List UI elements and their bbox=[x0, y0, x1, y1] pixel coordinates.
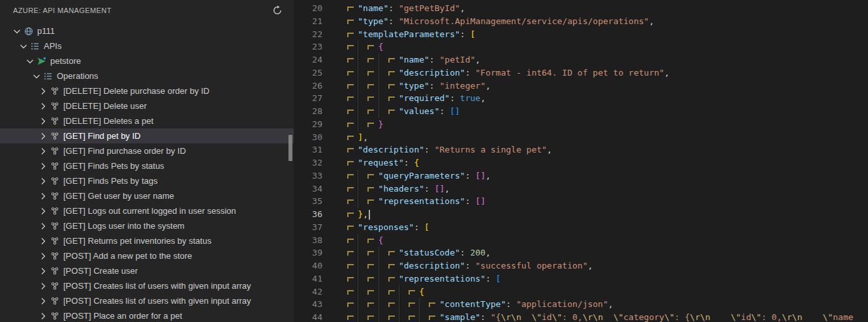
line-number[interactable]: 44 bbox=[294, 311, 322, 322]
line-number[interactable]: 32 bbox=[294, 156, 322, 169]
line-number[interactable]: 41 bbox=[294, 272, 322, 285]
code-line[interactable]: 30], bbox=[294, 131, 868, 144]
code-line[interactable]: 23{ bbox=[294, 40, 868, 53]
tree-item[interactable]: [GET] Get user by user name bbox=[0, 188, 294, 203]
chevron-right-icon[interactable] bbox=[38, 131, 48, 141]
chevron-down-icon[interactable] bbox=[12, 26, 22, 37]
tree-item[interactable]: [GET] Returns pet inventories by status bbox=[0, 233, 294, 248]
code-line[interactable]: 22"templateParameters": [ bbox=[294, 28, 868, 41]
code-line[interactable]: 24"name": "petId", bbox=[294, 53, 868, 66]
chevron-right-icon[interactable] bbox=[38, 251, 48, 261]
code-line[interactable]: 26"type": "integer", bbox=[294, 80, 868, 93]
tree-item[interactable]: [POST] Creates list of users with given … bbox=[0, 278, 294, 293]
chevron-right-icon[interactable] bbox=[38, 281, 48, 291]
code-line[interactable]: 21"type": "Microsoft.ApiManagement/servi… bbox=[294, 15, 868, 28]
tree-item[interactable]: [GET] Logs user into the system bbox=[0, 218, 294, 233]
line-number[interactable]: 39 bbox=[294, 246, 322, 259]
line-number[interactable]: 31 bbox=[294, 143, 322, 156]
tree-item[interactable]: [POST] Creates list of users with given … bbox=[0, 293, 294, 308]
chevron-right-icon[interactable] bbox=[38, 86, 48, 96]
code-lines: 20"name": "getPetById",21"type": "Micros… bbox=[294, 2, 868, 322]
chevron-down-icon[interactable] bbox=[18, 41, 29, 51]
line-number[interactable]: 35 bbox=[294, 195, 322, 208]
code-line[interactable]: 28"values": [] bbox=[294, 105, 868, 118]
code-line[interactable]: 33"queryParameters": [], bbox=[294, 169, 868, 183]
tree-item[interactable]: [GET] Finds Pets by tags bbox=[0, 173, 294, 188]
tree-item[interactable]: APIs bbox=[0, 38, 294, 53]
chevron-right-icon[interactable] bbox=[38, 296, 48, 306]
tree-item[interactable]: [DELETE] Delete purchase order by ID bbox=[0, 83, 294, 98]
code-line[interactable]: 29} bbox=[294, 118, 868, 131]
chevron-right-icon[interactable] bbox=[38, 206, 48, 216]
code-line[interactable]: 32"request": { bbox=[294, 156, 868, 169]
line-number[interactable]: 43 bbox=[294, 298, 322, 311]
line-number[interactable]: 24 bbox=[294, 53, 322, 66]
tab-whitespace-mark bbox=[379, 80, 399, 93]
tree-item[interactable]: [GET] Finds Pets by status bbox=[0, 158, 294, 173]
code-line[interactable]: 38{ bbox=[294, 234, 868, 247]
line-number[interactable]: 36 bbox=[294, 208, 322, 221]
line-number[interactable]: 37 bbox=[294, 221, 322, 234]
tree-item[interactable]: [DELETE] Deletes a pet bbox=[0, 113, 294, 128]
line-number[interactable]: 40 bbox=[294, 259, 322, 272]
line-number[interactable]: 27 bbox=[294, 92, 322, 105]
code-line[interactable]: 25"description": "Format - int64. ID of … bbox=[294, 66, 868, 80]
code-line[interactable]: 39"statusCode": 200, bbox=[294, 246, 868, 259]
refresh-icon[interactable] bbox=[270, 3, 285, 18]
tree-item[interactable]: [GET] Logs out current logged in user se… bbox=[0, 203, 294, 218]
tree-item[interactable]: [POST] Create user bbox=[0, 263, 294, 278]
line-number[interactable]: 42 bbox=[294, 285, 322, 299]
code-line[interactable]: 37"responses": [ bbox=[294, 221, 868, 234]
tab-whitespace-mark bbox=[358, 234, 378, 247]
line-number[interactable]: 33 bbox=[294, 169, 322, 183]
code-line[interactable]: 35"representations": [] bbox=[294, 195, 868, 208]
code-line[interactable]: 43"contentType": "application/json", bbox=[294, 298, 868, 311]
line-number[interactable]: 29 bbox=[294, 118, 322, 131]
code-line[interactable]: 40"description": "successful operation", bbox=[294, 259, 868, 272]
chevron-right-icon[interactable] bbox=[38, 146, 48, 156]
tree-item[interactable]: Operations bbox=[0, 68, 294, 83]
tree-item[interactable]: petstore bbox=[0, 53, 294, 68]
code-token: : bbox=[424, 145, 435, 154]
chevron-right-icon[interactable] bbox=[38, 221, 48, 231]
tree-item[interactable]: [GET] Find pet by ID bbox=[0, 128, 294, 143]
line-number[interactable]: 26 bbox=[294, 80, 322, 93]
line-number[interactable]: 25 bbox=[294, 66, 322, 80]
tree-item[interactable]: [DELETE] Delete user bbox=[0, 98, 294, 113]
tab-whitespace-mark bbox=[358, 195, 378, 208]
chevron-down-icon[interactable] bbox=[25, 56, 35, 66]
code-token: "required" bbox=[399, 93, 450, 103]
chevron-right-icon[interactable] bbox=[38, 116, 48, 126]
chevron-right-icon[interactable] bbox=[38, 101, 48, 111]
line-number[interactable]: 21 bbox=[294, 15, 322, 28]
line-number[interactable]: 22 bbox=[294, 28, 322, 41]
chevron-down-icon[interactable] bbox=[31, 71, 42, 81]
chevron-right-icon[interactable] bbox=[38, 161, 48, 171]
chevron-right-icon[interactable] bbox=[38, 311, 48, 321]
code-line[interactable]: 36}, bbox=[294, 208, 868, 221]
line-number[interactable]: 23 bbox=[294, 40, 322, 53]
code-editor[interactable]: 20"name": "getPetById",21"type": "Micros… bbox=[294, 0, 868, 322]
code-line[interactable]: 41"representations": [ bbox=[294, 272, 868, 285]
tree-item[interactable]: [GET] Find purchase order by ID bbox=[0, 143, 294, 158]
tree-item[interactable]: [POST] Add a new pet to the store bbox=[0, 248, 294, 263]
chevron-right-icon[interactable] bbox=[38, 266, 48, 276]
code-line[interactable]: 31"description": "Returns a single pet", bbox=[294, 143, 868, 156]
line-number[interactable]: 34 bbox=[294, 183, 322, 196]
tree-item[interactable]: [POST] Place an order for a pet bbox=[0, 308, 294, 322]
code-line[interactable]: 34"headers": [], bbox=[294, 183, 868, 196]
code-line[interactable]: 42{ bbox=[294, 285, 868, 299]
line-number[interactable]: 20 bbox=[294, 2, 322, 15]
code-line[interactable]: 20"name": "getPetById", bbox=[294, 2, 868, 15]
chevron-right-icon[interactable] bbox=[38, 176, 48, 186]
code-token: : bbox=[486, 274, 496, 284]
chevron-right-icon[interactable] bbox=[38, 191, 48, 201]
line-number[interactable]: 38 bbox=[294, 234, 322, 247]
line-number[interactable]: 28 bbox=[294, 105, 322, 118]
tree-item[interactable]: p111 bbox=[0, 23, 294, 38]
code-line[interactable]: 44"sample": "{\r\n \"id\": 0,\r\n \"cate… bbox=[294, 311, 868, 322]
line-number[interactable]: 30 bbox=[294, 131, 322, 144]
code-line[interactable]: 27"required": true, bbox=[294, 92, 868, 105]
chevron-right-icon[interactable] bbox=[38, 236, 48, 246]
sidebar-scrollbar[interactable] bbox=[288, 135, 292, 161]
